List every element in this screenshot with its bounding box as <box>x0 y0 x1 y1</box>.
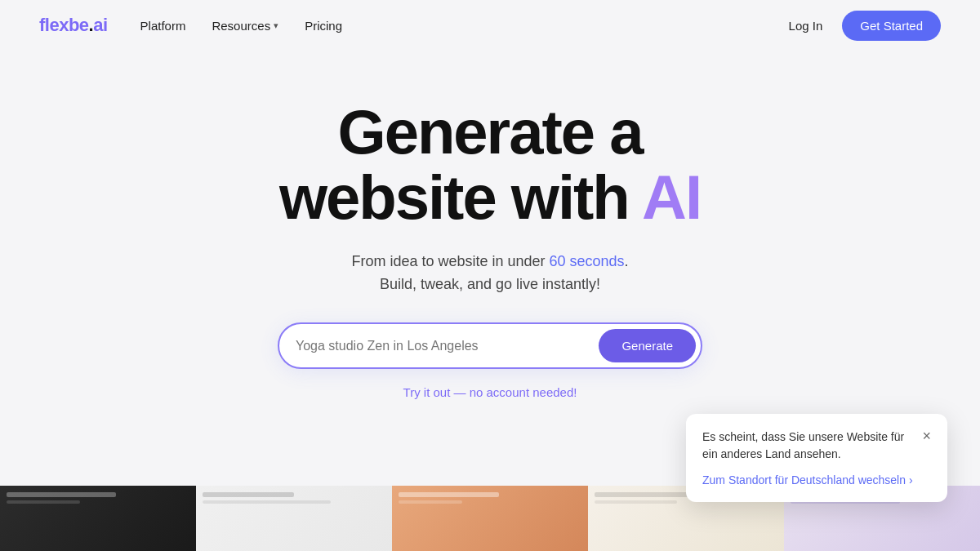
nav-right: Log In Get Started <box>789 11 941 41</box>
preview-inner-1 <box>0 486 196 551</box>
nav-link-platform[interactable]: Platform <box>140 19 186 33</box>
logo[interactable]: flexbe.ai <box>39 15 108 36</box>
hero-title: Generate a website with AI <box>279 100 701 230</box>
notification-text: Es scheint, dass Sie unsere Website für … <box>702 429 922 463</box>
preview-item-1 <box>0 486 196 551</box>
preview-inner-2 <box>196 486 392 551</box>
nav-left: flexbe.ai Platform Resources ▾ Pricing <box>39 15 342 36</box>
preview-item-2 <box>196 486 392 551</box>
hero-title-line1: Generate a <box>338 97 643 167</box>
nav-link-resources[interactable]: Resources ▾ <box>212 19 278 33</box>
hero-section: Generate a website with AI From idea to … <box>0 51 980 399</box>
login-link[interactable]: Log In <box>789 19 823 33</box>
nav-link-pricing[interactable]: Pricing <box>305 19 342 33</box>
preview-item-3 <box>392 486 588 551</box>
chevron-down-icon: ▾ <box>274 20 278 31</box>
subtitle-highlight: 60 seconds <box>550 253 625 269</box>
subtitle-post: . <box>625 253 629 269</box>
search-box: Generate <box>278 322 702 369</box>
notification-popup: Es scheint, dass Sie unsere Website für … <box>686 414 947 502</box>
generate-button[interactable]: Generate <box>599 329 696 362</box>
navbar: flexbe.ai Platform Resources ▾ Pricing L… <box>0 0 980 51</box>
notification-header: Es scheint, dass Sie unsere Website für … <box>702 429 931 463</box>
notification-link[interactable]: Zum Standort für Deutschland wechseln › <box>702 473 913 487</box>
logo-main: flexbe <box>39 15 89 35</box>
notification-close-button[interactable]: × <box>922 429 931 443</box>
hero-title-ai: AI <box>642 162 701 232</box>
get-started-button[interactable]: Get Started <box>842 11 941 41</box>
preview-inner-3 <box>392 486 588 551</box>
nav-links: Platform Resources ▾ Pricing <box>140 19 342 33</box>
try-link[interactable]: Try it out — no account needed! <box>403 385 577 399</box>
hero-title-line2-normal: website with <box>279 162 629 232</box>
subtitle-line2: Build, tweak, and go live instantly! <box>380 276 600 292</box>
hero-subtitle: From idea to website in under 60 seconds… <box>351 250 628 297</box>
logo-ai: ai <box>93 15 107 35</box>
search-input[interactable] <box>296 339 599 353</box>
subtitle-pre: From idea to website in under <box>351 253 549 269</box>
